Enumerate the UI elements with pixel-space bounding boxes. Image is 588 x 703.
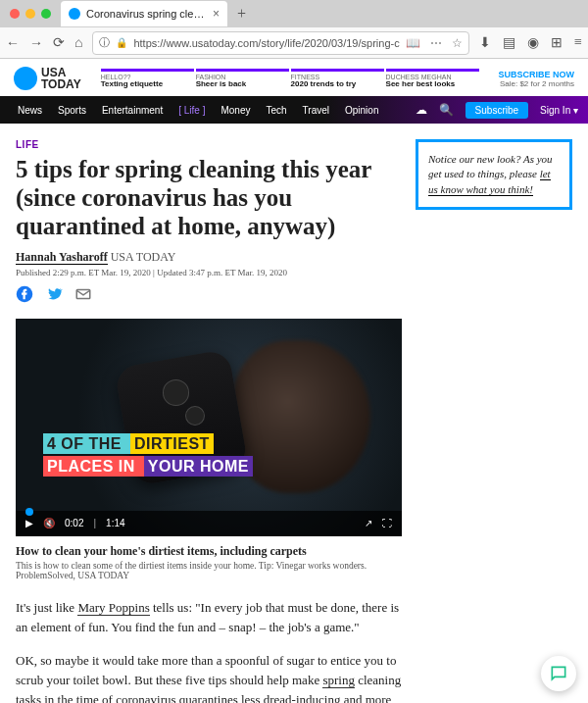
shield-icon: ⓘ: [99, 35, 110, 50]
forward-button[interactable]: →: [29, 35, 43, 51]
favicon-icon: [69, 8, 80, 20]
new-tab-button[interactable]: +: [227, 5, 256, 23]
share-row: [16, 285, 402, 307]
menu-icon[interactable]: ≡: [574, 34, 582, 51]
subscribe-sub: Sale: $2 for 2 months: [498, 79, 574, 88]
nav-item-entertainment[interactable]: Entertainment: [94, 105, 171, 116]
play-icon[interactable]: ▶: [25, 518, 33, 528]
video-subcaption: This is how to clean some of the dirties…: [16, 561, 402, 580]
mute-icon[interactable]: 🔇: [43, 518, 55, 528]
nav-item-sports[interactable]: Sports: [50, 105, 94, 116]
subscribe-now-link[interactable]: SUBSCRIBE NOW Sale: $2 for 2 months: [498, 70, 574, 88]
promo-link[interactable]: FITNESS 2020 trends to try: [291, 69, 384, 89]
body-paragraph: It's just like Mary Poppins tells us: "I…: [16, 598, 402, 637]
nav-item-news[interactable]: News: [10, 105, 50, 116]
weather-icon[interactable]: ☁: [416, 103, 427, 117]
browser-tab[interactable]: Coronavirus spring cleaning: 5 ×: [61, 1, 227, 26]
body-paragraph: OK, so maybe it would take more than a s…: [16, 651, 402, 703]
logo-icon: [14, 67, 37, 90]
extension-icon[interactable]: ⊞: [551, 34, 563, 51]
logo[interactable]: USA TODAY: [14, 67, 81, 90]
window-zoom-button[interactable]: [41, 9, 51, 19]
promo-headline: See her best looks: [386, 80, 479, 89]
nav-item-opinion[interactable]: Opinion: [337, 105, 386, 116]
browser-chrome: Coronavirus spring cleaning: 5 × + ← → ⟳…: [0, 0, 588, 59]
inline-link-spring[interactable]: spring: [322, 673, 355, 688]
video-controls: ▶ 🔇 0:02 | 1:14 ↗ ⛶: [16, 511, 402, 536]
publish-date: Published 2:29 p.m. ET Mar. 19, 2020 | U…: [16, 268, 402, 277]
tab-title: Coronavirus spring cleaning: 5: [86, 8, 207, 20]
nav-item-life[interactable]: Life: [171, 105, 213, 116]
nav-item-money[interactable]: Money: [213, 105, 258, 116]
promo-headline: Texting etiquette: [101, 80, 194, 89]
outlet: USA TODAY: [111, 250, 176, 264]
share-video-icon[interactable]: ↗: [365, 518, 372, 528]
window-controls: [0, 9, 61, 19]
bookmark-icon[interactable]: ☆: [452, 36, 463, 50]
site-header: USA TODAY HELLO?? Texting etiquette FASH…: [0, 59, 588, 96]
lock-icon: 🔒: [116, 37, 127, 48]
video-duration: 1:14: [106, 518, 124, 528]
subscribe-cta: SUBSCRIBE NOW: [498, 70, 574, 79]
main-nav: News Sports Entertainment Life Money Tec…: [0, 96, 588, 124]
nav-item-tech[interactable]: Tech: [258, 105, 294, 116]
chat-widget-button[interactable]: [541, 656, 576, 691]
reader-mode-icon[interactable]: 📖: [406, 36, 420, 50]
fullscreen-icon[interactable]: ⛶: [382, 518, 392, 528]
url-text: https://www.usatoday.com/story/life/2020…: [133, 37, 400, 49]
author-link[interactable]: Hannah Yasharoff: [16, 250, 108, 265]
nav-item-travel[interactable]: Travel: [295, 105, 337, 116]
back-button[interactable]: ←: [6, 35, 20, 51]
video-current-time: 0:02: [65, 518, 83, 528]
video-overlay-line2: PLACES IN YOUR HOME: [35, 454, 261, 479]
email-icon[interactable]: [74, 285, 92, 307]
library-icon[interactable]: ▤: [503, 34, 515, 51]
promo-headline: Sheer is back: [196, 80, 289, 89]
address-bar[interactable]: ⓘ 🔒 https://www.usatoday.com/story/life/…: [92, 31, 469, 55]
window-minimize-button[interactable]: [25, 9, 35, 19]
section-label[interactable]: LIFE: [16, 139, 402, 150]
new-look-callout: Notice our new look? As you get used to …: [416, 139, 572, 210]
video-player[interactable]: 4 OF THE DIRTIEST PLACES IN YOUR HOME ▶ …: [16, 319, 402, 536]
inline-link-mary-poppins[interactable]: Mary Poppins: [77, 600, 149, 616]
search-icon[interactable]: 🔍: [439, 103, 454, 117]
home-button[interactable]: ⌂: [74, 35, 82, 51]
sign-in-link[interactable]: Sign In ▾: [540, 105, 578, 116]
browser-toolbar: ← → ⟳ ⌂ ⓘ 🔒 https://www.usatoday.com/sto…: [0, 27, 588, 59]
promo-link[interactable]: FASHION Sheer is back: [196, 69, 289, 89]
promo-link[interactable]: HELLO?? Texting etiquette: [101, 69, 194, 89]
video-caption: How to clean your home's dirtiest items,…: [16, 544, 402, 559]
article-headline: 5 tips for spring cleaning this year (si…: [16, 156, 402, 240]
video-progress-handle[interactable]: [25, 508, 33, 516]
facebook-icon[interactable]: [16, 285, 33, 307]
logo-text-2: TODAY: [41, 78, 81, 90]
account-icon[interactable]: ◉: [527, 34, 539, 51]
promo-link[interactable]: DUCHESS MEGHAN See her best looks: [386, 69, 479, 89]
byline: Hannah Yasharoff USA TODAY: [16, 250, 402, 265]
window-close-button[interactable]: [10, 9, 20, 19]
tab-close-icon[interactable]: ×: [213, 7, 220, 21]
url-actions: 📖 ⋯ ☆: [406, 36, 463, 50]
tab-strip: Coronavirus spring cleaning: 5 × +: [0, 0, 588, 27]
page-actions-icon[interactable]: ⋯: [430, 36, 442, 50]
promo-headline: 2020 trends to try: [291, 80, 384, 89]
downloads-icon[interactable]: ⬇: [479, 34, 491, 51]
reload-button[interactable]: ⟳: [53, 34, 65, 51]
subscribe-button[interactable]: Subscribe: [466, 102, 528, 119]
twitter-icon[interactable]: [45, 285, 63, 307]
